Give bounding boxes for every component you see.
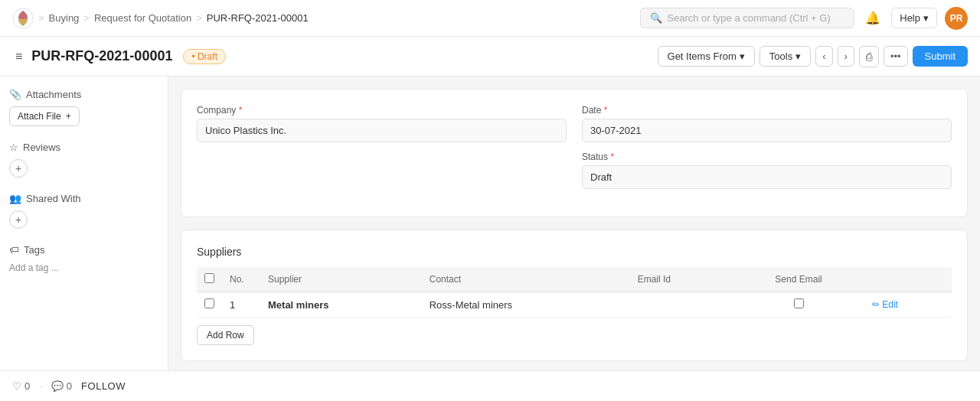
sep1: > [38, 12, 44, 24]
form-row-1: Company * Unico Plastics Inc. Date * 30-… [197, 105, 952, 189]
row-edit-cell: ✏ Edit [864, 292, 952, 318]
header-checkbox-col [197, 267, 222, 292]
main-layout: 📎 Attachments Attach File + ☆ Reviews + … [0, 77, 980, 401]
company-required: * [239, 105, 243, 116]
search-placeholder: Search or type a command (Ctrl + G) [667, 12, 831, 24]
company-input[interactable]: Unico Plastics Inc. [197, 119, 567, 142]
sidebar-attachments: 📎 Attachments Attach File + [9, 89, 158, 126]
header-email-id: Email Id [630, 267, 733, 292]
sidebar: 📎 Attachments Attach File + ☆ Reviews + … [0, 77, 168, 401]
tools-label: Tools [769, 51, 792, 62]
edit-row-button[interactable]: ✏ Edit [872, 299, 898, 310]
plus-icon: + [15, 162, 21, 174]
pencil-icon: ✏ [872, 299, 880, 310]
notifications-button[interactable]: 🔔 [862, 8, 884, 28]
add-tag-button[interactable]: Add a tag ... [9, 262, 59, 273]
comment-button[interactable]: 💬 0 [51, 380, 72, 392]
follow-button[interactable]: FOLLOW [81, 380, 126, 392]
row-supplier: Metal miners [260, 292, 422, 318]
form-card: Company * Unico Plastics Inc. Date * 30-… [181, 89, 968, 217]
row-checkbox-cell [197, 292, 222, 318]
prev-button[interactable]: ‹ [815, 46, 832, 67]
bell-icon: 🔔 [865, 11, 880, 24]
company-label: Company * [197, 105, 567, 116]
tags-title: 🏷 Tags [9, 244, 158, 256]
more-icon: ••• [890, 51, 901, 62]
suppliers-title: Suppliers [197, 246, 952, 258]
attach-file-button[interactable]: Attach File + [9, 106, 80, 126]
status-input[interactable]: Draft [582, 165, 952, 189]
date-label: Date * [582, 105, 952, 116]
status-label: Status * [582, 152, 952, 162]
toolbar: ≡ PUR-RFQ-2021-00001 • Draft Get Items F… [0, 37, 980, 77]
like-count: 0 [24, 380, 30, 392]
get-items-from-button[interactable]: Get Items From ▾ [658, 46, 755, 67]
breadcrumb-current: PUR-RFQ-2021-00001 [207, 12, 309, 24]
chevron-down-icon: ▾ [795, 51, 801, 62]
add-row-button[interactable]: Add Row [197, 325, 254, 345]
right-arrow-icon: › [844, 51, 848, 62]
tag-icon: 🏷 [9, 244, 19, 256]
add-shared-button[interactable]: + [9, 210, 28, 229]
more-button[interactable]: ••• [884, 46, 908, 67]
suppliers-card: Suppliers No. Supplier Contact Email Id … [181, 230, 968, 361]
comment-count: 0 [67, 380, 72, 392]
plus-icon: + [66, 111, 71, 122]
left-arrow-icon: ‹ [822, 51, 825, 62]
next-button[interactable]: › [838, 46, 854, 67]
sidebar-tags: 🏷 Tags Add a tag ... [9, 244, 158, 273]
toolbar-actions: Get Items From ▾ Tools ▾ ‹ › ⎙ ••• Submi… [658, 46, 968, 67]
help-label: Help [900, 12, 920, 24]
row-no: 1 [222, 292, 260, 318]
sidebar-reviews: ☆ Reviews + [9, 142, 158, 178]
print-button[interactable]: ⎙ [859, 46, 879, 67]
comment-icon: 💬 [51, 380, 64, 392]
app-logo[interactable] [12, 8, 34, 29]
plus-icon: + [15, 214, 21, 226]
breadcrumb-buying[interactable]: Buying [49, 12, 80, 24]
document-title: PUR-RFQ-2021-00001 [31, 48, 172, 64]
tools-button[interactable]: Tools ▾ [760, 46, 811, 67]
status-required: * [610, 152, 614, 162]
hamburger-button[interactable]: ≡ [12, 47, 25, 67]
breadcrumb-rfq[interactable]: Request for Quotation [94, 12, 191, 24]
suppliers-table: No. Supplier Contact Email Id Send Email… [197, 267, 952, 318]
date-required: * [604, 105, 608, 116]
add-review-button[interactable]: + [9, 159, 28, 178]
separator: · [39, 380, 42, 392]
header-contact: Contact [422, 267, 630, 292]
row-send-email [733, 292, 864, 318]
get-items-label: Get Items From [668, 51, 737, 62]
users-icon: 👥 [9, 193, 21, 204]
row-checkbox[interactable] [204, 298, 214, 308]
attachments-title: 📎 Attachments [9, 89, 158, 100]
status-badge: • Draft [183, 49, 226, 64]
avatar[interactable]: PR [945, 7, 968, 30]
sep3: > [196, 12, 202, 24]
help-button[interactable]: Help ▾ [891, 8, 937, 28]
send-email-checkbox[interactable] [794, 298, 804, 308]
like-button[interactable]: ♡ 0 [12, 380, 30, 392]
star-icon: ☆ [9, 142, 18, 153]
breadcrumb-area: > Buying > Request for Quotation > PUR-R… [12, 8, 309, 29]
top-nav: > Buying > Request for Quotation > PUR-R… [0, 0, 980, 37]
search-icon: 🔍 [650, 12, 662, 24]
sep2: > [83, 12, 90, 24]
date-field-group: Date * 30-07-2021 Status * Draft [582, 105, 952, 189]
submit-button[interactable]: Submit [913, 46, 968, 67]
header-no: No. [222, 267, 260, 292]
heart-icon: ♡ [12, 380, 21, 392]
chevron-down-icon: ▾ [740, 51, 745, 62]
header-send-email: Send Email [733, 267, 864, 292]
shared-with-title: 👥 Shared With [9, 193, 158, 204]
bottom-bar: ♡ 0 · 💬 0 FOLLOW [0, 370, 980, 401]
hamburger-icon: ≡ [15, 50, 22, 63]
top-nav-right: 🔍 Search or type a command (Ctrl + G) 🔔 … [640, 7, 968, 30]
chevron-down-icon: ▾ [923, 12, 929, 24]
reviews-title: ☆ Reviews [9, 142, 158, 153]
search-box[interactable]: 🔍 Search or type a command (Ctrl + G) [640, 8, 854, 28]
select-all-checkbox[interactable] [204, 273, 214, 283]
date-input[interactable]: 30-07-2021 [582, 119, 952, 142]
sidebar-shared-with: 👥 Shared With + [9, 193, 158, 229]
print-icon: ⎙ [866, 51, 872, 63]
